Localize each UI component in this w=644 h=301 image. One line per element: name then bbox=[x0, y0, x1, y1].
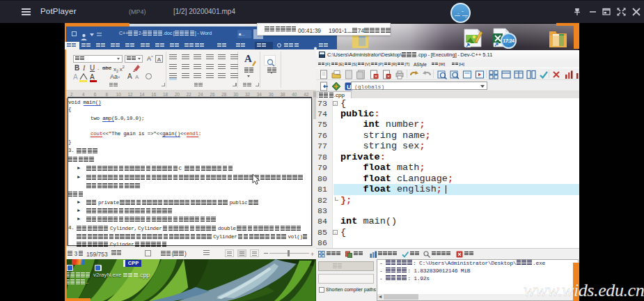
svg-text:A: A bbox=[90, 73, 95, 81]
